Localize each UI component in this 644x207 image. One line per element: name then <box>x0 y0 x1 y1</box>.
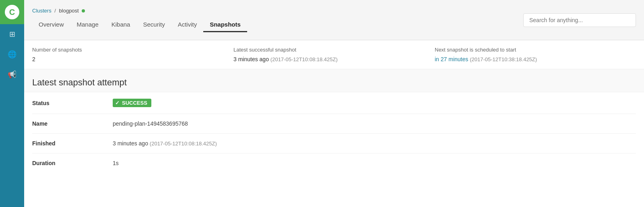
finished-ago: 3 minutes ago <box>113 140 148 147</box>
top-navigation: Clusters / blogpost Overview Manage Kiba… <box>24 0 644 40</box>
duration-row: Duration 1s <box>32 153 636 173</box>
main-content: Clusters / blogpost Overview Manage Kiba… <box>24 0 644 207</box>
search-area <box>507 13 636 27</box>
grid-icon[interactable]: ⊞ <box>0 24 24 44</box>
breadcrumb-separator: / <box>54 8 56 14</box>
tab-overview[interactable]: Overview <box>32 18 70 32</box>
status-label: Status <box>32 100 113 106</box>
status-badge: ✓ SUCCESS <box>113 99 151 107</box>
finished-row: Finished 3 minutes ago (2017-05-12T10:08… <box>32 134 636 153</box>
stat-latest-snapshot: Latest successful snapshot 3 minutes ago… <box>233 47 435 62</box>
stat-latest-label: Latest successful snapshot <box>233 47 435 53</box>
stat-next-snapshot: Next snapshot is scheduled to start in 2… <box>435 47 636 62</box>
latest-attempt-section: Latest snapshot attempt <box>24 69 644 92</box>
check-icon: ✓ <box>115 100 120 106</box>
stat-next-label: Next snapshot is scheduled to start <box>435 47 636 53</box>
status-row: Status ✓ SUCCESS <box>32 92 636 114</box>
duration-label: Duration <box>32 160 113 166</box>
section-title: Latest snapshot attempt <box>32 77 636 88</box>
stat-next-value: in 27 minutes (2017-05-12T10:38:18.425Z) <box>435 56 636 62</box>
stat-latest-timestamp: (2017-05-12T10:08:18.425Z) <box>270 56 338 62</box>
tab-manage[interactable]: Manage <box>70 18 105 32</box>
name-row: Name pending-plan-1494583695768 <box>32 114 636 134</box>
breadcrumb-area: Clusters / blogpost Overview Manage Kiba… <box>32 8 507 32</box>
cluster-name: blogpost <box>59 8 79 14</box>
nav-tabs: Overview Manage Kibana Security Activity… <box>32 18 507 32</box>
stat-number-label: Number of snapshots <box>32 47 233 53</box>
detail-table: Status ✓ SUCCESS Name pending-plan-14945… <box>24 92 644 173</box>
finished-label: Finished <box>32 140 113 147</box>
stats-row: Number of snapshots 2 Latest successful … <box>24 40 644 69</box>
tab-activity[interactable]: Activity <box>171 18 204 32</box>
stat-next-timestamp: (2017-05-12T10:38:18.425Z) <box>470 56 537 62</box>
logo-circle: C <box>5 5 19 19</box>
page-content: Number of snapshots 2 Latest successful … <box>24 40 644 207</box>
logo-letter: C <box>9 8 15 17</box>
finished-value: 3 minutes ago (2017-05-12T10:08:18.425Z) <box>113 140 217 147</box>
sidebar: C ⊞ 🌐 📢 <box>0 0 24 207</box>
stat-next-ago: in 27 minutes <box>435 56 468 62</box>
stat-number-value: 2 <box>32 56 233 62</box>
status-value: ✓ SUCCESS <box>113 99 151 107</box>
globe-icon[interactable]: 🌐 <box>0 44 24 64</box>
name-value: pending-plan-1494583695768 <box>113 120 188 127</box>
tab-kibana[interactable]: Kibana <box>105 18 137 32</box>
megaphone-icon[interactable]: 📢 <box>0 64 24 85</box>
stat-latest-value: 3 minutes ago (2017-05-12T10:08:18.425Z) <box>233 56 435 62</box>
duration-value: 1s <box>113 160 119 166</box>
tab-security[interactable]: Security <box>136 18 171 32</box>
name-label: Name <box>32 120 113 127</box>
stat-number-snapshots: Number of snapshots 2 <box>32 47 233 62</box>
tab-snapshots[interactable]: Snapshots <box>203 18 247 32</box>
finished-timestamp: (2017-05-12T10:08:18.425Z) <box>150 141 217 147</box>
logo[interactable]: C <box>0 0 24 24</box>
status-dot <box>82 9 85 12</box>
status-badge-text: SUCCESS <box>122 100 147 106</box>
stat-latest-ago: 3 minutes ago <box>233 56 269 62</box>
breadcrumb: Clusters / blogpost <box>32 8 507 14</box>
search-input[interactable] <box>523 13 636 27</box>
clusters-link[interactable]: Clusters <box>32 8 52 14</box>
